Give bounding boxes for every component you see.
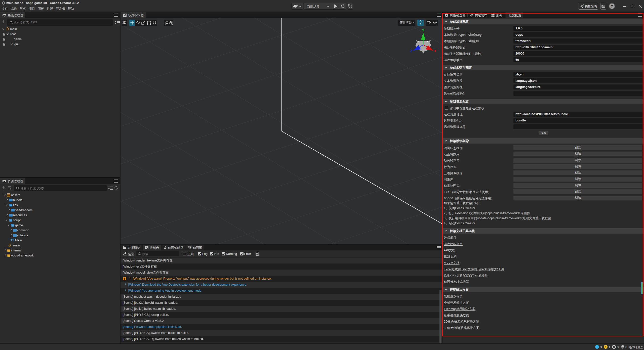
svg-text:Z: Z (410, 49, 413, 53)
svg-text:Y: Y (422, 28, 425, 32)
svg-text:X: X (434, 49, 436, 53)
